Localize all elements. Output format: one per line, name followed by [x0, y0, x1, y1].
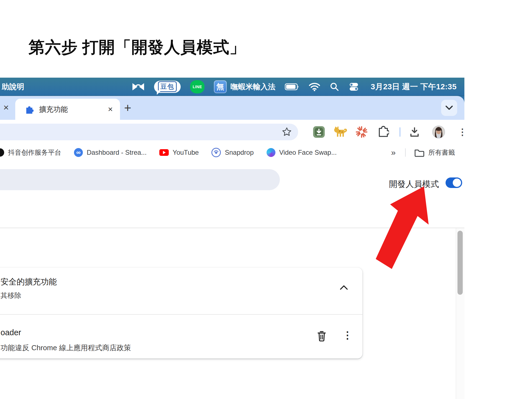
bookmark-label: Dashboard - Strea...	[87, 149, 147, 156]
starburst-extension-icon[interactable]	[355, 126, 368, 138]
capcut-icon[interactable]	[132, 82, 145, 92]
snapdrop-icon	[211, 148, 221, 157]
toggle-knob	[453, 179, 461, 187]
tab-close-icon[interactable]: ×	[108, 105, 113, 114]
extensions-search-input[interactable]	[0, 169, 280, 190]
bookmark-douyin[interactable]: 抖音创作服务平台	[8, 148, 61, 157]
chevron-down-icon	[445, 105, 453, 111]
folder-icon	[414, 148, 424, 157]
bookmark-dashboard[interactable]: ∞ Dashboard - Strea...	[74, 148, 147, 157]
bookmark-label: 抖音创作服务平台	[8, 148, 61, 157]
puzzle-favicon-icon	[25, 105, 34, 114]
browser-toolbar: ⋮	[0, 120, 464, 144]
toolbar-divider	[400, 127, 400, 137]
wifi-icon[interactable]	[309, 82, 320, 91]
card-divider	[0, 314, 362, 315]
macos-menubar: 助說明 豆包 LINE 無 嘸蝦米輸入法	[0, 78, 464, 96]
bookmarks-divider	[405, 148, 406, 157]
cat-extension-icon[interactable]	[334, 126, 347, 138]
new-tab-button[interactable]: +	[124, 101, 131, 115]
left-tab-close-icon[interactable]: ×	[3, 102, 9, 113]
all-bookmarks-button[interactable]: 所有書籤	[414, 148, 455, 157]
downloads-icon[interactable]	[409, 126, 420, 138]
boshiamy-icon: 無	[214, 80, 227, 93]
menubar-datetime[interactable]: 3月23日 週一 下午12:35	[371, 82, 457, 92]
developer-mode-toggle[interactable]	[446, 177, 462, 188]
extensions-puzzle-icon[interactable]	[376, 126, 389, 138]
doubao-icon[interactable]: 豆包	[154, 81, 181, 93]
extension-item-name: oader	[1, 328, 21, 337]
tab-strip: × 擴充功能 × +	[0, 96, 464, 120]
battery-icon[interactable]	[285, 83, 299, 90]
trash-icon[interactable]	[316, 330, 327, 342]
bookmark-label: Snapdrop	[225, 149, 254, 156]
control-center-icon[interactable]	[349, 82, 361, 92]
bookmark-star-icon[interactable]	[282, 127, 292, 137]
page-title: 第六步 打開「開發人員模式」	[29, 37, 246, 58]
tab-search-button[interactable]	[441, 100, 457, 116]
input-method-item[interactable]: 無 嘸蝦米輸入法	[214, 80, 275, 93]
bookmark-videofaceswap[interactable]: Video Face Swap...	[267, 148, 337, 157]
downloader-extension-icon[interactable]	[313, 126, 325, 138]
bookmark-label: YouTube	[173, 149, 199, 156]
all-bookmarks-label: 所有書籤	[428, 148, 455, 157]
input-method-name: 嘸蝦米輸入法	[231, 82, 275, 92]
scrollbar-thumb[interactable]	[457, 231, 463, 295]
youtube-icon	[159, 149, 169, 156]
bookmark-snapdrop[interactable]: Snapdrop	[211, 148, 254, 157]
chevron-up-icon[interactable]	[339, 284, 349, 291]
cropped-bookmark-icon[interactable]	[0, 148, 4, 157]
scrollbar-track[interactable]	[456, 228, 464, 399]
videofaceswap-icon	[267, 148, 275, 157]
unsafe-extensions-card: 安全的擴充功能 其移除 oader 功能違反 Chrome 線上應用程式商店政策…	[0, 268, 362, 359]
dashboard-icon: ∞	[74, 148, 83, 157]
address-bar[interactable]	[0, 124, 298, 140]
profile-avatar[interactable]	[432, 125, 445, 139]
card-title: 安全的擴充功能	[1, 276, 57, 288]
card-subtitle: 其移除	[1, 291, 21, 300]
tab-title: 擴充功能	[39, 105, 108, 114]
menubar-help-menu[interactable]: 助說明	[0, 82, 24, 92]
line-icon[interactable]: LINE	[190, 80, 204, 93]
bookmark-label: Video Face Swap...	[279, 149, 337, 156]
bookmarks-overflow-chevron-icon[interactable]: »	[391, 148, 396, 157]
bookmark-youtube[interactable]: YouTube	[159, 149, 199, 156]
bookmarks-bar: 抖音创作服务平台 ∞ Dashboard - Strea... YouTube …	[0, 144, 464, 161]
spotlight-search-icon[interactable]	[330, 82, 339, 92]
browser-menu-kebab-icon[interactable]: ⋮	[458, 128, 467, 136]
extension-item-warning: 功能違反 Chrome 線上應用程式商店政策	[1, 343, 131, 353]
extension-item-kebab-icon[interactable]: ⋮	[342, 330, 352, 340]
red-arrow-annotation	[371, 182, 432, 273]
tab-extensions[interactable]: 擴充功能 ×	[15, 99, 120, 120]
